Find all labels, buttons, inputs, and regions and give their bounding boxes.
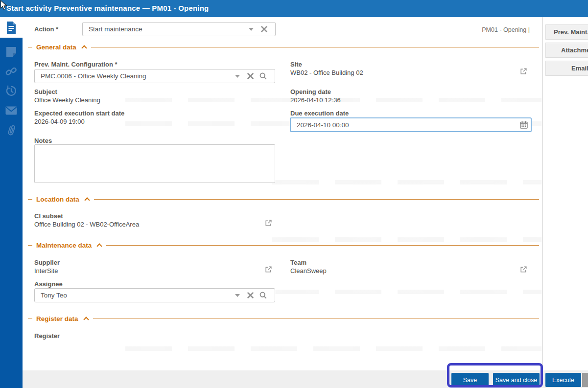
ci-subset-value: Office Building 02 - WB02-OfficeArea: [34, 221, 139, 228]
section-dash: [28, 199, 32, 200]
sidebar-tab-notes[interactable]: [0, 42, 23, 62]
supplier-label: Supplier: [34, 259, 60, 266]
partial-button[interactable]: [582, 373, 588, 387]
paperclip-icon: [5, 124, 17, 137]
pmc-label: Prev. Maint. Configuration *: [34, 61, 118, 68]
link-icon: [5, 66, 17, 77]
subject-label: Subject: [34, 88, 57, 95]
section-general-data: General data: [28, 43, 539, 51]
due-date-input[interactable]: [290, 117, 532, 132]
mouse-cursor-icon: [0, 0, 8, 11]
sidebar-tab-email[interactable]: [0, 100, 23, 121]
section-maintenance-data: Maintenance data: [28, 241, 539, 249]
app-window: Start activity Preventive maintenance — …: [0, 0, 588, 388]
action-value: Start maintenance: [89, 25, 244, 33]
external-link-icon[interactable]: [265, 219, 272, 228]
expected-start-label: Expected execution start date: [34, 110, 124, 117]
action-select[interactable]: Start maintenance: [82, 22, 276, 36]
watermark-row: [125, 346, 541, 351]
history-icon: [5, 85, 17, 97]
external-link-icon[interactable]: [520, 68, 527, 77]
section-register-data: Register data: [28, 315, 539, 322]
notes-textarea[interactable]: [34, 144, 275, 183]
record-reference: PM01 - Opening |: [482, 26, 530, 33]
search-icon[interactable]: [259, 292, 267, 299]
calendar-icon[interactable]: [520, 121, 528, 131]
panel-divider: [542, 17, 543, 370]
execute-button[interactable]: Execute: [545, 373, 581, 387]
collapse-icon[interactable]: [83, 317, 89, 322]
external-link-icon[interactable]: [265, 266, 272, 275]
prev-maint-config-button[interactable]: Prev. Maint. C: [545, 24, 588, 40]
envelope-icon: [5, 106, 17, 115]
clear-icon[interactable]: [247, 73, 254, 79]
expected-start-value: 2026-04-09 19:00: [34, 118, 85, 125]
document-icon: [6, 21, 17, 34]
section-line: [106, 245, 539, 246]
chevron-down-icon[interactable]: [235, 75, 240, 78]
save-and-close-button[interactable]: Save and close: [493, 373, 540, 387]
section-title: General data: [36, 44, 76, 51]
site-value: WB02 - Office Building 02: [290, 69, 363, 76]
clear-icon[interactable]: [261, 26, 267, 32]
collapse-icon[interactable]: [84, 197, 90, 203]
dialog-title: Start activity Preventive maintenance — …: [6, 4, 209, 12]
section-title: Location data: [36, 196, 79, 203]
collapse-icon[interactable]: [97, 243, 102, 249]
supplier-value: InterSite: [34, 267, 58, 274]
section-dash: [28, 245, 32, 246]
external-link-icon[interactable]: [520, 266, 527, 275]
clear-icon[interactable]: [247, 292, 254, 298]
team-label: Team: [290, 259, 306, 266]
note-icon: [6, 46, 17, 57]
pmc-select[interactable]: PMC.0006 - Office Weekly Cleaning: [34, 69, 275, 83]
section-title: Maintenance data: [36, 242, 92, 249]
assignee-value: Tony Teo: [41, 292, 231, 299]
opening-date-value: 2026-04-10 12:36: [290, 96, 341, 104]
attachments-button[interactable]: Attachme: [545, 43, 588, 58]
chevron-down-icon[interactable]: [249, 28, 254, 31]
action-label: Action *: [34, 25, 58, 33]
assignee-select[interactable]: Tony Teo: [34, 288, 275, 302]
register-label: Register: [34, 332, 60, 340]
search-icon[interactable]: [259, 72, 267, 80]
chevron-down-icon[interactable]: [235, 294, 240, 297]
section-dash: [28, 47, 32, 47]
section-line: [94, 199, 539, 200]
subject-value: Office Weekly Cleaning: [34, 96, 100, 104]
sidebar-tab-links[interactable]: [0, 61, 23, 82]
sidebar-tab-history[interactable]: [0, 81, 23, 101]
section-line: [91, 47, 539, 47]
site-label: Site: [290, 61, 302, 68]
opening-date-label: Opening date: [290, 88, 331, 95]
form-area: Action * Start maintenance PM01 - Openin…: [23, 17, 542, 370]
assignee-label: Assignee: [34, 280, 63, 288]
due-date-label: Due execution date: [290, 110, 349, 117]
team-value: CleanSweep: [290, 267, 327, 274]
section-location-data: Location data: [28, 195, 539, 203]
sidebar: [0, 17, 23, 388]
section-title: Register data: [36, 315, 78, 322]
sidebar-tab-attachments[interactable]: [0, 120, 23, 140]
email-button[interactable]: Email: [545, 61, 588, 76]
pmc-value: PMC.0006 - Office Weekly Cleaning: [41, 72, 231, 80]
watermark-row: [272, 180, 541, 184]
watermark-row: [272, 290, 541, 294]
dialog-titlebar: Start activity Preventive maintenance — …: [0, 0, 588, 17]
section-line: [93, 319, 539, 319]
sidebar-tab-details[interactable]: [0, 17, 23, 38]
section-dash: [28, 319, 32, 319]
save-button[interactable]: Save: [451, 373, 489, 387]
ci-subset-label: CI subset: [34, 212, 63, 220]
collapse-icon[interactable]: [81, 45, 87, 50]
notes-label: Notes: [34, 137, 52, 144]
